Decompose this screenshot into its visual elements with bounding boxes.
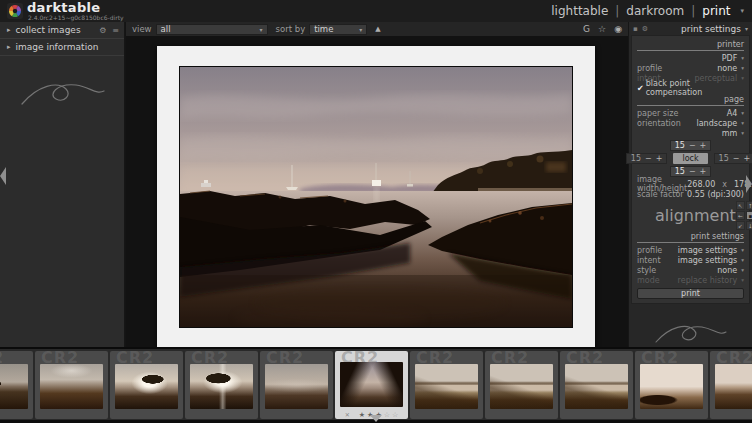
printer-dropdown[interactable]: PDF ▾ <box>722 54 744 63</box>
orientation-value: landscape <box>696 119 737 128</box>
filmstrip-thumbnail[interactable]: CR2 <box>635 351 708 419</box>
presets-icon[interactable]: ≡ <box>112 26 119 35</box>
check-icon: ✔ <box>637 84 644 93</box>
section-printer: printer <box>637 40 744 51</box>
print-intent-dropdown[interactable]: image settings ▾ <box>678 256 744 265</box>
printer-profile-dropdown[interactable]: none ▾ <box>717 64 744 73</box>
print-settings-panel-header[interactable]: ▪ ⚙ print settings ▾ <box>629 22 752 35</box>
filmstrip-thumbnail[interactable]: CR2 <box>560 351 633 419</box>
view-filter-label: view <box>132 24 152 34</box>
print-profile-dropdown[interactable]: image settings ▾ <box>678 246 744 255</box>
align-bottom-button[interactable]: ↓ <box>746 221 752 230</box>
filmstrip-thumbnail[interactable]: CR2 <box>260 351 333 419</box>
scale-factor-value: 0.55 (dpi:300) <box>687 190 744 199</box>
star-outline-icon[interactable]: ☆ <box>392 411 398 419</box>
view-filter-dropdown[interactable]: all ▾ <box>156 24 268 35</box>
scale-factor-label: scale factor <box>637 190 684 199</box>
plus-icon[interactable]: + <box>700 167 707 176</box>
mode-label: mode <box>637 276 660 285</box>
gear-icon[interactable]: ⚙ <box>642 25 648 33</box>
star-icon[interactable]: ★ <box>359 411 365 419</box>
minus-icon[interactable]: − <box>689 167 696 176</box>
style-label: style <box>637 266 656 275</box>
minus-icon[interactable]: − <box>689 141 696 150</box>
sort-by-value: time <box>314 24 333 34</box>
units-value: mm <box>722 129 738 138</box>
collapse-right-panel-arrow[interactable] <box>746 175 752 193</box>
grouping-icon[interactable]: G <box>583 24 590 34</box>
star-outline-icon[interactable]: ☆ <box>384 411 390 419</box>
paper-size-value: A4 <box>727 109 738 118</box>
view-print[interactable]: print <box>702 4 730 18</box>
paper-size-dropdown[interactable]: A4 ▾ <box>727 109 744 118</box>
plus-icon[interactable]: + <box>656 154 663 163</box>
print-preview-canvas <box>126 36 628 347</box>
filmstrip-thumbnail[interactable]: CR2 <box>710 351 752 419</box>
dot-icon[interactable]: ▪ <box>633 25 638 33</box>
collect-images-module[interactable]: ▸ collect images ⚙ ≡ <box>0 22 124 39</box>
app-version: 2.4.0rc2+15~g0c8150bc6-dirty <box>28 14 124 21</box>
margin-left-spinner[interactable]: 15 − + <box>626 153 668 164</box>
thumbnail-image <box>415 364 478 409</box>
star-overlay-icon[interactable]: ☆ <box>598 24 606 34</box>
units-dropdown[interactable]: mm ▾ <box>722 129 744 138</box>
margin-right-spinner[interactable]: 15 − + <box>714 153 752 164</box>
thumbnail-image <box>265 364 328 409</box>
plus-icon[interactable]: + <box>743 154 750 163</box>
align-left-button[interactable]: ← <box>736 211 745 220</box>
expander-icon: ▸ <box>7 26 11 34</box>
section-print-settings: print settings <box>637 232 744 243</box>
view-lighttable[interactable]: lighttable <box>551 4 608 18</box>
margin-top-value: 15 <box>675 141 685 150</box>
align-center-button[interactable]: ▪ <box>746 211 752 220</box>
align-bottom-left-button[interactable]: ↙ <box>736 221 745 230</box>
chevron-down-icon: ▾ <box>741 267 744 273</box>
dimensions-separator: x <box>722 180 727 189</box>
sort-ascending-icon[interactable]: ▲ <box>375 25 380 33</box>
filmstrip-thumbnail[interactable]: CR2 <box>485 351 558 419</box>
sort-by-label: sort by <box>276 24 306 34</box>
view-filter-value: all <box>161 24 171 34</box>
margin-top-spinner[interactable]: 15 − + <box>670 140 712 151</box>
chevron-down-icon: ▾ <box>741 277 744 283</box>
filmstrip-thumbnail[interactable]: CR2 <box>110 351 183 419</box>
minus-icon[interactable]: − <box>645 154 652 163</box>
units-row: mm ▾ <box>637 128 744 138</box>
image-width-value: 268.00 <box>687 180 715 189</box>
thumbnail-image <box>190 364 253 409</box>
filmstrip-thumbnail[interactable]: CR2 <box>185 351 258 419</box>
align-top-button[interactable]: ↑ <box>746 201 752 210</box>
reject-icon[interactable]: ✕ <box>345 411 350 418</box>
app-title: darktable <box>27 0 100 15</box>
image-information-module[interactable]: ▸ image information <box>0 39 124 56</box>
chevron-down-icon: ▾ <box>741 110 744 116</box>
darktable-window: darktable 2.4.0rc2+15~g0c8150bc6-dirty l… <box>0 0 752 423</box>
style-dropdown[interactable]: none ▾ <box>717 266 744 275</box>
thumbnail-image <box>490 364 553 409</box>
plus-icon[interactable]: + <box>700 141 707 150</box>
lock-margins-button[interactable]: lock <box>673 153 707 164</box>
chevron-down-icon: ▾ <box>745 25 748 32</box>
chevron-down-icon: ▾ <box>741 247 744 253</box>
print-button[interactable]: print <box>637 288 744 299</box>
filmstrip-thumbnail[interactable]: CR2 <box>0 351 33 419</box>
gear-icon[interactable]: ⚙ <box>99 26 106 35</box>
align-top-left-button[interactable]: ↖ <box>736 201 745 210</box>
orientation-dropdown[interactable]: landscape ▾ <box>696 119 744 128</box>
color-label-icon[interactable]: ◉ <box>614 24 622 34</box>
filmstrip-thumbnail-selected[interactable]: CR2 ✕ ★ ★ ★ ☆ ☆ <box>335 351 408 419</box>
black-point-compensation-checkbox[interactable]: ✔ black point compensation <box>637 83 744 93</box>
collapse-left-panel-arrow[interactable] <box>0 167 6 185</box>
filmstrip-thumbnail[interactable]: CR2 <box>410 351 483 419</box>
mode-dropdown[interactable]: replace history ▾ <box>678 276 744 285</box>
collapse-bottom-panel-arrow[interactable] <box>370 415 382 422</box>
printer-row: PDF ▾ <box>637 53 744 63</box>
sort-by-dropdown[interactable]: time ▾ <box>309 24 367 35</box>
minus-icon[interactable]: − <box>733 154 740 163</box>
center-area: view all ▾ sort by time ▾ ▲ G ☆ ◉ <box>126 22 628 347</box>
view-darkroom[interactable]: darkroom <box>626 4 684 18</box>
profile-label: profile <box>637 246 662 255</box>
chevron-down-icon[interactable]: ▾ <box>740 7 744 15</box>
filmstrip-thumbnail[interactable]: CR2 <box>35 351 108 419</box>
thumbnail-image <box>340 362 403 407</box>
